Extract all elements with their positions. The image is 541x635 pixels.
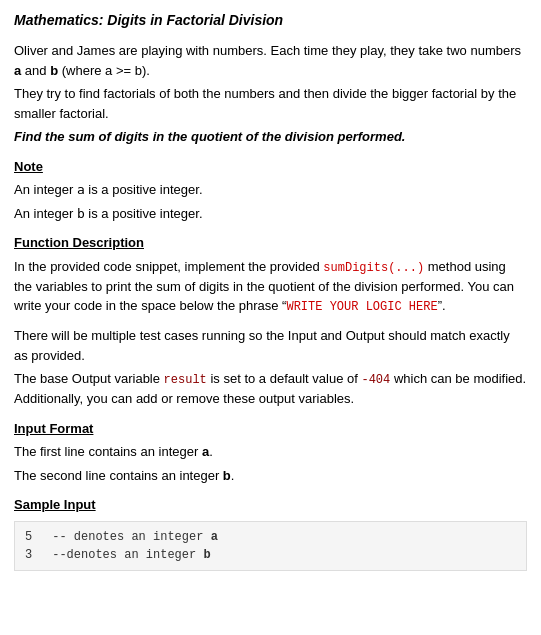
page-title: Mathematics: Digits in Factorial Divisio… — [14, 10, 527, 31]
test-cases-section: There will be multiple test cases runnin… — [14, 326, 527, 409]
note-line2: An integer b is a positive integer. — [14, 204, 527, 224]
function-description-body: In the provided code snippet, implement … — [14, 257, 527, 317]
write-logic-placeholder: WRITE YOUR LOGIC HERE — [286, 300, 437, 314]
input-format-line2: The second line contains an integer b. — [14, 466, 527, 486]
sample-input-row: 3 --denotes an integer b — [25, 546, 516, 564]
sample-input-comment: --denotes an integer — [45, 548, 203, 562]
input-format-heading: Input Format — [14, 419, 527, 439]
sample-input-section: Sample Input 5 -- denotes an integer a3 … — [14, 495, 527, 571]
sample-input-var: b — [203, 548, 210, 562]
note-section: Note An integer a is a positive integer.… — [14, 157, 527, 224]
sample-input-value: 5 — [25, 528, 45, 546]
sum-digits-method: sumDigits(...) — [323, 261, 424, 275]
function-description-section: Function Description In the provided cod… — [14, 233, 527, 316]
note-line1: An integer a is a positive integer. — [14, 180, 527, 200]
sample-input-value: 3 — [25, 546, 45, 564]
note-heading: Note — [14, 157, 527, 177]
test-cases-line2: The base Output variable result is set t… — [14, 369, 527, 409]
page-title-section: Mathematics: Digits in Factorial Divisio… — [14, 10, 527, 31]
sample-input-heading: Sample Input — [14, 495, 527, 515]
neg404-value: -404 — [361, 373, 390, 387]
intro-section: Oliver and James are playing with number… — [14, 41, 527, 147]
sample-input-code-block: 5 -- denotes an integer a3 --denotes an … — [14, 521, 527, 571]
input-format-line1: The first line contains an integer a. — [14, 442, 527, 462]
function-description-heading: Function Description — [14, 233, 527, 253]
sample-input-comment: -- denotes an integer — [45, 530, 211, 544]
input-format-section: Input Format The first line contains an … — [14, 419, 527, 486]
test-cases-line1: There will be multiple test cases runnin… — [14, 326, 527, 365]
sample-input-var: a — [211, 530, 218, 544]
intro-line3: Find the sum of digits in the quotient o… — [14, 127, 527, 147]
result-variable: result — [164, 373, 207, 387]
intro-line1: Oliver and James are playing with number… — [14, 41, 527, 80]
intro-line2: They try to find factorials of both the … — [14, 84, 527, 123]
sample-input-row: 5 -- denotes an integer a — [25, 528, 516, 546]
